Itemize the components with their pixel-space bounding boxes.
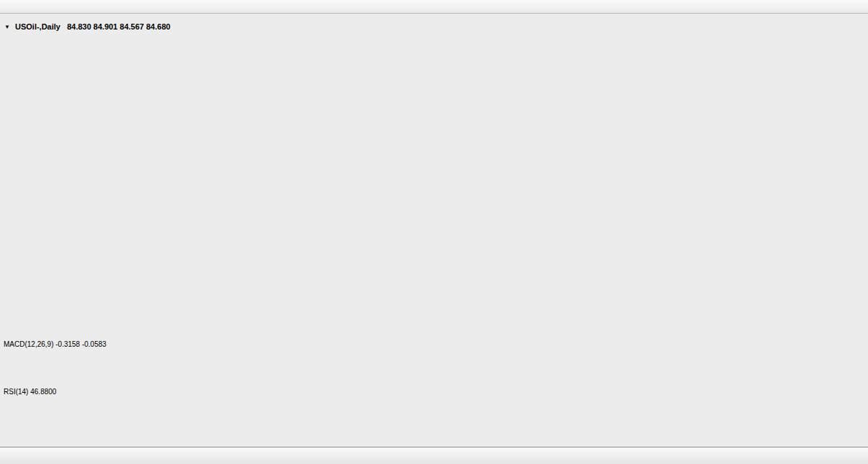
chart-title: ▼ USOil-,Daily 84.830 84.901 84.567 84.6… <box>4 22 170 31</box>
chart-ohlc-values: 84.830 84.901 84.567 84.680 <box>67 22 170 31</box>
rsi-indicator-label: RSI(14) 46.8800 <box>4 388 56 396</box>
mt4-window: ▼ USOil-,Daily 84.830 84.901 84.567 84.6… <box>0 0 868 464</box>
chart-tab-bar <box>0 447 868 464</box>
chart-collapse-icon[interactable]: ▼ <box>4 24 10 30</box>
chart-canvas[interactable] <box>0 0 868 464</box>
macd-indicator-label: MACD(12,26,9) -0.3158 -0.0583 <box>4 340 106 348</box>
timeframe-toolbar <box>0 0 868 14</box>
chart-symbol: USOil-,Daily <box>15 22 60 31</box>
